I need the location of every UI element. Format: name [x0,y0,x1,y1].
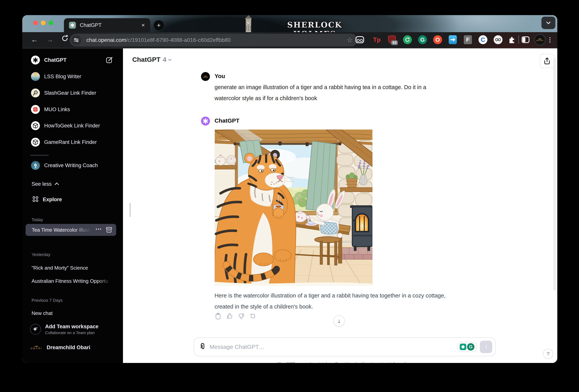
sparkle-icon [30,324,41,335]
tab-title: ChatGPT [80,22,141,28]
refresh-extension-icon[interactable] [403,35,412,44]
obari-logo: OBARI [30,345,42,350]
sidebar-item-slashgear[interactable]: SlashGear Link Finder [22,87,123,99]
tab-close-icon[interactable]: × [141,22,145,28]
close-window-button[interactable] [33,20,38,25]
main-area: ChatGPT4 OBARI You generate an image ill… [123,48,557,363]
sidebar-item-explore[interactable]: Explore [22,193,123,206]
side-panel-icon[interactable] [521,35,530,44]
regenerate-icon[interactable] [249,313,256,319]
forward-button[interactable]: → [47,36,54,44]
tab-strip: SHERLOCK HOLMES ChatGPT × + [22,15,557,32]
extension-badge: 93 [391,40,398,45]
f-extension-icon[interactable]: F [463,35,472,44]
browser-menu-icon[interactable]: ⋮ [546,35,554,44]
model-switcher[interactable]: ChatGPT4 [132,56,171,63]
sidebar-drag-handle[interactable] [129,203,131,217]
bookmark-star-icon[interactable]: ☆ [347,36,353,44]
sidebar-item-label: MUO Links [44,106,70,113]
model-name: ChatGPT [132,56,160,63]
team-title: Add Team workspace [45,324,99,330]
onetab-extension-icon[interactable]: O [433,35,442,44]
pen-nib-avatar-icon [31,161,40,170]
help-button[interactable]: ? [543,349,553,359]
new-chat-icon[interactable] [106,57,113,64]
sidebar-item-label: GameRant Link Finder [44,139,97,145]
browser-tab-chatgpt[interactable]: ChatGPT × [64,18,150,32]
url-path: /c/19101e8f-6790-4088-a016-c60d2effbb80 [126,37,231,43]
chatgpt-favicon [69,22,76,29]
sidebar-item-chatgpt[interactable]: ChatGPT [22,54,123,66]
url-domain: chat.openai.com [86,37,126,43]
lss-avatar [31,72,40,81]
grammarly-diamond-icon [460,344,466,350]
assistant-message: Here is the watercolor illustration of a… [215,290,457,312]
sidebar: ChatGPT LSS Blog Writer SlashGear Link F… [22,48,123,363]
sidebar-chat[interactable]: New chat [32,310,53,316]
browser-window: SHERLOCK HOLMES ChatGPT × + ← → [22,15,557,363]
shield-extension-icon[interactable]: 93 [387,35,396,44]
sidebar-chat[interactable]: "Rick and Morty" Science [32,265,88,271]
see-less-toggle[interactable]: See less [22,178,123,190]
sidebar-divider [30,155,49,156]
chevron-up-icon [54,182,59,187]
assistant-avatar [201,117,210,126]
chat-options-icon[interactable]: ••• [96,227,102,232]
copy-icon[interactable] [215,313,221,319]
cube-avatar-icon [31,138,40,147]
grammarly-extension-icon[interactable]: G [418,35,427,44]
chevron-down-icon [546,20,551,24]
message-composer[interactable]: G ↑ [194,337,496,356]
tab-search-button[interactable] [541,17,555,29]
chatgpt-logo-icon [31,56,40,65]
thumbs-down-icon[interactable] [238,313,245,319]
sidebar-item-lss-blog-writer[interactable]: LSS Blog Writer [22,70,123,83]
zoom-window-button[interactable] [49,20,53,25]
share-button[interactable] [540,54,554,68]
text-fade [97,277,115,285]
archive-icon[interactable] [106,227,112,234]
attachment-paperclip-icon[interactable] [200,343,206,351]
sidebar-chat-selected[interactable]: Tea Time Watercolor Illustr ••• [26,224,116,236]
user-message: generate an image illustration of a tige… [215,82,453,104]
back-button[interactable]: ← [31,36,38,44]
site-settings-icon[interactable] [71,35,81,45]
main-scrollbar[interactable] [553,58,556,291]
sidebar-item-gamerant[interactable]: GameRant Link Finder [22,136,123,148]
account-row[interactable]: OBARI Dreamchild Obari [22,341,123,354]
goggles-extension-icon[interactable] [355,35,364,44]
toolbar-divider [518,35,519,44]
send-button[interactable]: ↑ [480,341,492,353]
message-input[interactable] [210,344,457,350]
chevron-down-icon [168,58,172,61]
sidebar-item-creative-writing-coach[interactable]: Creative Writing Coach [22,159,123,172]
grammarly-g-icon: G [467,343,474,351]
refresh-button[interactable] [61,34,69,44]
window-controls [33,20,53,25]
new-tab-button[interactable]: + [154,20,164,30]
grammarly-widget[interactable]: G [457,342,477,352]
sidebar-item-muo-links[interactable]: MUO Links [22,103,123,116]
cube-avatar-icon [31,121,40,130]
glasses-extension-icon[interactable] [494,35,503,44]
big-ben-theme-art [241,15,256,32]
sidebar-item-label: HowToGeek Link Finder [44,123,100,129]
sidebar-item-howtogeek[interactable]: HowToGeek Link Finder [22,120,123,132]
extensions-puzzle-icon[interactable] [507,35,516,44]
model-version: 4 [163,56,166,63]
sidebar-item-label: ChatGPT [44,57,67,63]
minimize-window-button[interactable] [41,20,46,25]
muo-avatar-icon [31,105,40,114]
section-label-previous-7-days: Previous 7 Days [32,298,63,303]
url-bar[interactable]: chat.openai.com/c/19101e8f-6790-4088-a01… [70,34,357,47]
share-extension-icon[interactable] [448,35,457,44]
thumbs-up-icon[interactable] [226,313,233,319]
scroll-to-bottom-button[interactable]: ↓ [333,315,345,326]
section-label-yesterday: Yesterday [32,252,50,257]
c-extension-icon[interactable]: C [479,35,487,44]
tp-extension-icon[interactable]: Tp [372,35,381,44]
generated-image-tiger-rabbit-tea[interactable] [215,129,372,286]
magnifier-avatar-icon [31,88,40,97]
profile-avatar[interactable]: OBARI [534,34,546,46]
add-team-workspace[interactable]: Add Team workspace Collaborate on a Team… [22,321,123,337]
